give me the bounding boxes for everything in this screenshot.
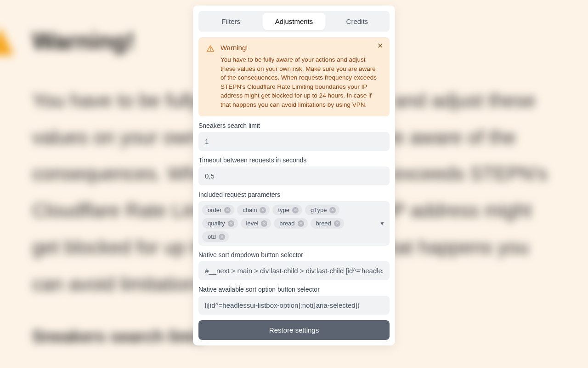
- label-native-sort: Native sort dropdown button selector: [198, 251, 390, 259]
- param-chip-order: order✕: [202, 205, 234, 215]
- param-chip-type: type✕: [272, 205, 302, 215]
- param-chip-quality: quality✕: [202, 218, 238, 229]
- chip-label: type: [278, 207, 289, 213]
- chip-label: chain: [243, 207, 257, 213]
- warning-triangle-bg-icon: [0, 28, 14, 55]
- chip-label: bread: [279, 220, 294, 227]
- settings-panel: Filters Adjustments Credits Warning! You…: [193, 6, 395, 345]
- remove-chip-icon[interactable]: ✕: [298, 220, 304, 227]
- restore-settings-button[interactable]: Restore settings: [198, 320, 390, 340]
- param-chip-gType: gType✕: [305, 205, 339, 215]
- tab-filters[interactable]: Filters: [200, 13, 261, 30]
- tab-adjustments[interactable]: Adjustments: [263, 13, 324, 30]
- alert-title: Warning!: [220, 44, 382, 52]
- warning-alert: Warning! You have to be fully aware of y…: [198, 37, 390, 116]
- remove-chip-icon[interactable]: ✕: [329, 207, 336, 213]
- chip-label: breed: [316, 220, 331, 227]
- param-chip-breed: breed✕: [311, 218, 344, 229]
- remove-chip-icon[interactable]: ✕: [261, 220, 267, 227]
- tab-credits[interactable]: Credits: [327, 13, 388, 30]
- label-timeout: Timeout between requests in seconds: [198, 156, 390, 164]
- params-multiselect[interactable]: order✕chain✕type✕gType✕quality✕level✕bre…: [198, 201, 390, 246]
- native-option-selector-input[interactable]: [198, 296, 390, 315]
- param-chip-bread: bread✕: [274, 218, 307, 229]
- native-sort-selector-input[interactable]: [198, 261, 390, 280]
- label-search-limit: Sneakers search limit: [198, 122, 390, 129]
- label-native-option: Native available sort option button sele…: [198, 286, 390, 293]
- svg-point-1: [210, 50, 211, 51]
- chip-label: otd: [208, 233, 216, 240]
- chevron-down-icon[interactable]: ▼: [379, 220, 385, 227]
- search-limit-input[interactable]: [198, 132, 390, 151]
- label-params: Included request parameters: [198, 191, 390, 198]
- remove-chip-icon[interactable]: ✕: [292, 207, 299, 213]
- remove-chip-icon[interactable]: ✕: [219, 234, 225, 240]
- chip-label: quality: [208, 220, 225, 227]
- alert-body: You have to be fully aware of your actio…: [220, 55, 382, 109]
- remove-chip-icon[interactable]: ✕: [228, 220, 234, 227]
- chip-label: gType: [311, 207, 327, 213]
- timeout-input[interactable]: [198, 167, 390, 185]
- close-icon[interactable]: ✕: [376, 42, 384, 50]
- tab-bar: Filters Adjustments Credits: [198, 11, 390, 32]
- chip-label: order: [208, 207, 221, 213]
- param-chip-level: level✕: [241, 218, 271, 229]
- param-chip-chain: chain✕: [237, 205, 270, 215]
- remove-chip-icon[interactable]: ✕: [224, 207, 231, 213]
- chip-label: level: [246, 220, 259, 227]
- remove-chip-icon[interactable]: ✕: [334, 220, 340, 227]
- warning-triangle-icon: [206, 45, 215, 53]
- remove-chip-icon[interactable]: ✕: [260, 207, 266, 213]
- param-chip-otd: otd✕: [202, 231, 229, 242]
